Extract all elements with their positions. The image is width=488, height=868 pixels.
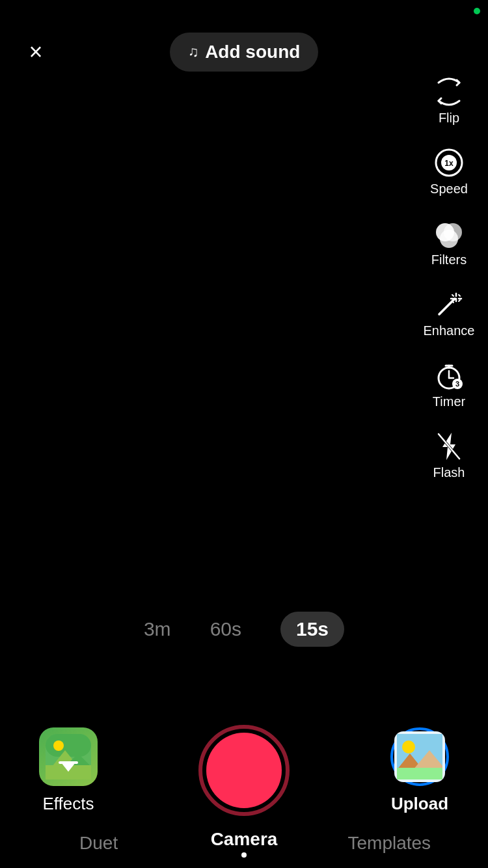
tab-camera[interactable]: Camera [171,829,316,858]
duration-bar: 3m 60s 15s [0,612,488,647]
timer-label: Timer [433,394,465,409]
timer-control[interactable]: 3 Timer [423,349,475,420]
enhance-icon [433,288,465,321]
svg-point-5 [440,230,458,248]
flash-label: Flash [433,465,465,480]
duration-3m[interactable]: 3m [144,618,171,640]
speed-icon: 1x [433,146,465,179]
record-button[interactable] [198,725,290,816]
upload-icon-outer [390,727,449,786]
speed-control[interactable]: 1x Speed [423,136,475,207]
flash-icon [433,430,465,463]
upload-label: Upload [391,794,448,814]
svg-text:3: 3 [455,380,459,388]
svg-point-26 [53,740,64,751]
enhance-control[interactable]: Enhance [423,278,475,349]
record-button-outer[interactable] [198,725,290,816]
top-bar: × ♫ Add sound [0,0,488,78]
svg-rect-25 [46,734,91,757]
svg-line-13 [459,300,460,301]
enhance-label: Enhance [424,323,475,338]
upload-button[interactable]: Upload [390,727,449,814]
effects-label: Effects [42,794,94,814]
flash-control[interactable]: Flash [423,420,475,491]
tab-duet-label: Duet [79,833,118,854]
svg-line-14 [452,295,454,296]
record-button-inner[interactable] [206,733,282,808]
tab-active-dot [241,852,247,858]
tab-bar: Duet Camera Templates [0,829,488,864]
effects-icon [39,727,98,786]
right-controls: Flip 1x Speed Filters [423,65,475,491]
close-icon: × [29,40,42,64]
flip-label: Flip [439,111,459,126]
add-sound-label: Add sound [205,42,300,62]
close-button[interactable]: × [20,36,52,68]
tab-camera-label: Camera [211,829,278,850]
music-icon: ♫ [188,44,199,61]
duration-15s[interactable]: 15s [280,612,344,647]
tab-duet[interactable]: Duet [26,833,171,854]
upload-icon-inner [394,731,445,782]
speed-label: Speed [430,182,468,197]
bottom-bar: Effects [0,725,488,868]
svg-text:1x: 1x [444,159,454,168]
svg-line-11 [459,295,460,296]
svg-point-33 [402,740,415,753]
flip-control[interactable]: Flip [423,65,475,136]
filters-control[interactable]: Filters [423,207,475,278]
svg-rect-36 [397,768,442,780]
flip-icon [433,75,465,108]
add-sound-button[interactable]: ♫ Add sound [170,33,319,72]
timer-icon: 3 [433,359,465,392]
duration-60s[interactable]: 60s [210,618,241,640]
effects-button[interactable]: Effects [39,727,98,814]
camera-controls-row: Effects [0,725,488,816]
tab-templates-label: Templates [348,833,431,854]
svg-line-12 [452,301,454,303]
filters-icon [433,217,465,250]
filters-label: Filters [431,252,467,267]
tab-templates[interactable]: Templates [317,833,462,854]
